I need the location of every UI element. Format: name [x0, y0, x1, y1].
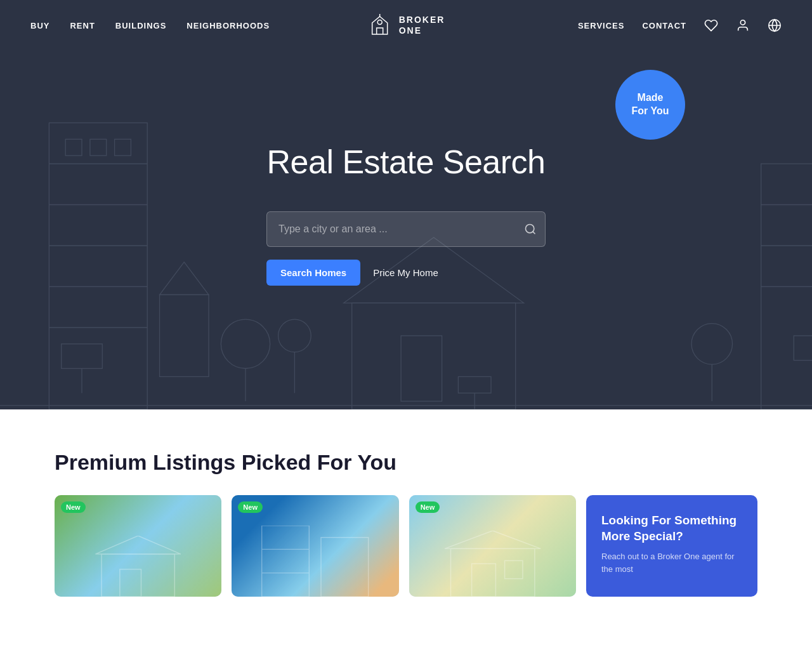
- wishlist-icon[interactable]: [704, 18, 718, 32]
- nav-contact[interactable]: CONTACT: [642, 21, 686, 30]
- svg-rect-3: [49, 123, 147, 409]
- svg-point-36: [526, 225, 534, 233]
- nav-left: BUY RENT BUILDINGS NEIGHBORHOODS: [30, 21, 270, 30]
- header: BUY RENT BUILDINGS NEIGHBORHOODS BROKER …: [0, 0, 812, 51]
- svg-rect-25: [761, 164, 812, 409]
- logo[interactable]: BROKER ONE: [367, 13, 445, 38]
- svg-rect-21: [458, 376, 491, 393]
- nav-rent[interactable]: RENT: [70, 21, 95, 30]
- globe-icon[interactable]: [768, 18, 782, 32]
- svg-rect-32: [62, 344, 102, 369]
- listing-badge-new-2: New: [238, 501, 263, 513]
- logo-icon: [367, 13, 393, 38]
- svg-point-1: [740, 20, 745, 25]
- nav-services[interactable]: SERVICES: [578, 21, 625, 30]
- svg-point-23: [691, 324, 732, 364]
- svg-rect-48: [504, 560, 522, 578]
- listing-card-2[interactable]: New: [232, 495, 398, 597]
- svg-rect-47: [471, 564, 495, 597]
- special-card-title: Looking For Something More Special?: [601, 513, 742, 544]
- svg-point-14: [221, 319, 270, 368]
- listing-card-3[interactable]: New: [409, 495, 576, 597]
- made-for-you-badge: Made For You: [615, 70, 685, 140]
- search-input[interactable]: [266, 211, 546, 247]
- hero-title: Real Estate Search: [266, 143, 545, 181]
- hero-bg-illustration: [0, 0, 812, 409]
- svg-rect-45: [450, 548, 534, 597]
- svg-line-37: [533, 232, 535, 234]
- user-icon[interactable]: [736, 18, 750, 32]
- svg-rect-38: [102, 554, 174, 597]
- svg-rect-12: [160, 295, 209, 376]
- svg-rect-40: [120, 569, 141, 597]
- hero-section: Made For You Real Estate Search Search H…: [0, 0, 812, 409]
- svg-rect-10: [90, 139, 107, 156]
- svg-marker-39: [95, 536, 180, 554]
- nav-buy[interactable]: BUY: [30, 21, 49, 30]
- svg-point-0: [377, 20, 382, 25]
- section-title: Premium Listings Picked For You: [55, 450, 757, 475]
- special-card[interactable]: Looking For Something More Special? Reac…: [586, 495, 757, 597]
- svg-rect-11: [115, 139, 131, 156]
- special-card-text: Reach out to a Broker One agent for the …: [601, 550, 742, 575]
- search-icon: [524, 223, 537, 235]
- svg-rect-18: [352, 303, 516, 409]
- nav-right: SERVICES CONTACT: [578, 18, 782, 32]
- svg-rect-9: [65, 139, 82, 156]
- nav-buildings[interactable]: BUILDINGS: [115, 21, 167, 30]
- search-homes-button[interactable]: Search Homes: [266, 260, 360, 286]
- nav-neighborhoods[interactable]: NEIGHBORHOODS: [187, 21, 270, 30]
- search-submit-button[interactable]: [524, 223, 537, 235]
- listing-card-1[interactable]: New: [55, 495, 221, 597]
- listing-badge-new-1: New: [61, 501, 86, 513]
- listings-section: Premium Listings Picked For You New: [0, 409, 812, 597]
- svg-rect-34: [794, 336, 812, 361]
- search-bar-container: [266, 211, 546, 247]
- hero-actions: Search Homes Price My Home: [266, 260, 546, 286]
- svg-rect-42: [321, 538, 369, 597]
- listing-badge-new-3: New: [416, 501, 440, 513]
- svg-marker-13: [160, 262, 209, 295]
- listings-grid: New New: [55, 495, 757, 597]
- svg-point-16: [278, 319, 311, 352]
- svg-marker-46: [445, 531, 540, 548]
- svg-rect-20: [401, 336, 442, 401]
- logo-text: BROKER ONE: [399, 15, 445, 36]
- price-my-home-button[interactable]: Price My Home: [370, 260, 441, 286]
- svg-rect-41: [262, 526, 310, 597]
